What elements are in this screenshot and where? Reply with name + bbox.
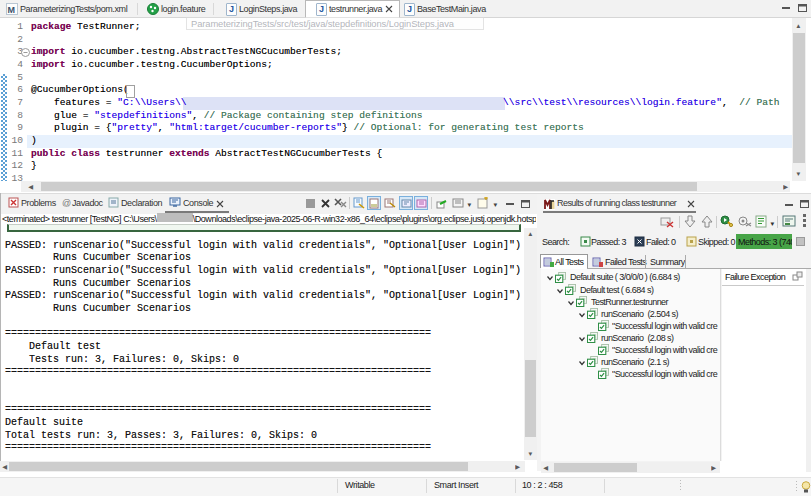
svg-text:M: M [8, 5, 15, 15]
